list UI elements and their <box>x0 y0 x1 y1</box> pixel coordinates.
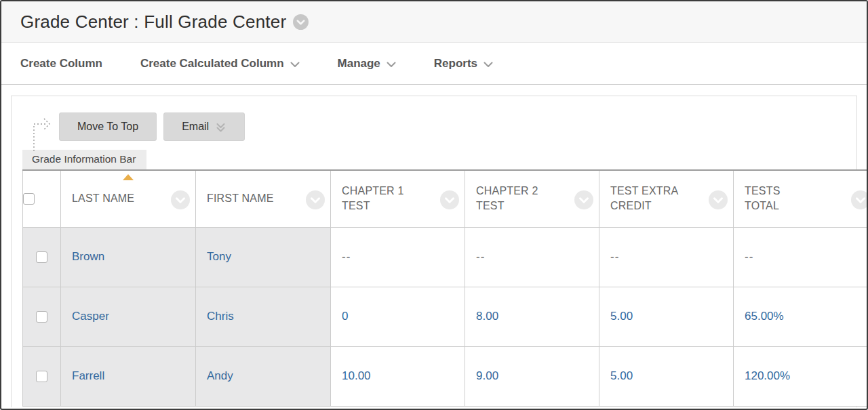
column-menu-chevron-icon[interactable] <box>709 190 728 212</box>
grade-cell[interactable]: -- <box>734 227 868 287</box>
grade-cell[interactable]: 10.00 <box>331 346 465 406</box>
manage-menu[interactable]: Manage <box>338 57 396 70</box>
first-name-cell: Tony <box>196 227 331 287</box>
column-header-label: LAST NAME <box>61 191 134 206</box>
column-header-label: TESTS TOTAL <box>734 184 814 214</box>
student-first-name-link[interactable]: Tony <box>207 250 231 263</box>
double-chevron-down-icon <box>215 122 226 134</box>
grade-value: 65.00% <box>745 310 784 323</box>
header-row: LAST NAME FIRST NAME CHAPTER 1 TEST <box>23 170 868 227</box>
create-column-label: Create Column <box>20 57 102 70</box>
grade-value: 5.00 <box>610 310 633 323</box>
grade-center-window: Grade Center : Full Grade Center Create … <box>0 0 868 410</box>
grade-value: 9.00 <box>476 369 498 382</box>
column-menu-chevron-icon[interactable] <box>306 190 325 212</box>
column-menu-chevron-icon[interactable] <box>574 190 593 212</box>
column-header-label: TEST EXTRA CREDIT <box>599 184 679 214</box>
grade-cell[interactable]: -- <box>331 227 465 287</box>
student-last-name-link[interactable]: Casper <box>72 310 109 323</box>
grade-value: 0 <box>342 310 348 323</box>
reports-menu[interactable]: Reports <box>434 57 493 70</box>
row-checkbox[interactable] <box>36 371 47 382</box>
grade-value: -- <box>476 250 485 263</box>
grade-table: LAST NAME FIRST NAME CHAPTER 1 TEST <box>22 169 868 407</box>
first-name-cell: Andy <box>196 346 331 406</box>
grade-cell[interactable]: 8.00 <box>465 287 599 346</box>
column-header-tests-total[interactable]: TESTS TOTAL <box>734 170 868 227</box>
column-menu-chevron-icon[interactable] <box>851 190 868 212</box>
page-title: Grade Center : Full Grade Center <box>20 12 286 33</box>
table-row: Casper Chris 0 8.00 5.00 65.00% <box>23 287 868 346</box>
column-header-label: CHAPTER 2 TEST <box>465 184 545 214</box>
last-name-cell: Farrell <box>61 346 196 406</box>
student-first-name-link[interactable]: Andy <box>207 369 233 382</box>
grade-value: 120.00% <box>745 369 790 382</box>
last-name-cell: Brown <box>61 227 196 287</box>
grade-cell[interactable]: 120.00% <box>734 346 868 406</box>
row-checkbox[interactable] <box>36 311 47 323</box>
student-last-name-link[interactable]: Farrell <box>72 369 104 382</box>
create-column-button[interactable]: Create Column <box>20 57 102 70</box>
grade-cell[interactable]: 65.00% <box>734 287 868 346</box>
move-to-top-button[interactable]: Move To Top <box>59 112 157 141</box>
reports-label: Reports <box>434 57 477 70</box>
column-header-label: CHAPTER 1 TEST <box>331 184 411 214</box>
grade-information-bar-label: Grade Information Bar <box>32 153 136 165</box>
row-select-cell <box>23 287 61 346</box>
grade-value: -- <box>745 250 753 263</box>
column-menu-chevron-icon[interactable] <box>171 190 190 212</box>
grade-cell[interactable]: -- <box>599 227 734 287</box>
move-arrow-icon <box>29 114 58 155</box>
column-header-first-name[interactable]: FIRST NAME <box>196 170 331 227</box>
toolbar: Move To Top Email <box>12 96 856 141</box>
email-label: Email <box>182 121 209 133</box>
student-last-name-link[interactable]: Brown <box>72 250 104 263</box>
grade-value: 8.00 <box>476 310 498 323</box>
column-header-chapter-1-test[interactable]: CHAPTER 1 TEST <box>331 170 465 227</box>
grade-cell[interactable]: 0 <box>331 287 465 346</box>
grade-cell[interactable]: 5.00 <box>599 287 734 346</box>
create-calculated-column-label: Create Calculated Column <box>140 57 284 70</box>
table-row: Farrell Andy 10.00 9.00 5.00 120.00% <box>23 346 868 406</box>
row-select-cell <box>23 346 61 406</box>
column-header-test-extra-credit[interactable]: TEST EXTRA CREDIT <box>599 170 734 227</box>
row-checkbox[interactable] <box>36 251 47 263</box>
move-to-top-label: Move To Top <box>77 121 138 133</box>
title-bar: Grade Center : Full Grade Center <box>1 1 867 43</box>
grade-value: -- <box>342 250 351 263</box>
grade-value: 10.00 <box>342 369 371 382</box>
column-header-label: FIRST NAME <box>196 191 274 206</box>
chevron-down-icon <box>387 62 396 68</box>
title-context-menu-chevron-icon[interactable] <box>293 14 309 30</box>
grade-value: 5.00 <box>610 369 633 382</box>
column-menu-chevron-icon[interactable] <box>440 190 459 212</box>
table-row: Brown Tony -- -- -- -- <box>23 227 868 287</box>
last-name-cell: Casper <box>61 287 196 346</box>
grade-center-panel: Move To Top Email Grade Information Bar <box>11 96 857 407</box>
manage-label: Manage <box>338 57 380 70</box>
grade-cell[interactable]: 9.00 <box>465 346 599 406</box>
column-header-last-name[interactable]: LAST NAME <box>61 170 196 227</box>
first-name-cell: Chris <box>196 287 331 346</box>
create-calculated-column-menu[interactable]: Create Calculated Column <box>140 57 300 70</box>
student-first-name-link[interactable]: Chris <box>207 310 234 323</box>
sort-ascending-icon <box>123 174 134 180</box>
grade-value: -- <box>610 250 619 263</box>
column-header-chapter-2-test[interactable]: CHAPTER 2 TEST <box>465 170 599 227</box>
email-button[interactable]: Email <box>163 112 245 141</box>
action-bar: Create Column Create Calculated Column M… <box>1 43 867 85</box>
row-select-cell <box>23 227 61 287</box>
select-all-checkbox[interactable] <box>23 193 35 205</box>
grade-cell[interactable]: 5.00 <box>599 346 734 406</box>
grade-cell[interactable]: -- <box>465 227 599 287</box>
select-all-cell <box>23 170 61 227</box>
chevron-down-icon <box>484 62 493 68</box>
chevron-down-icon <box>290 62 300 68</box>
